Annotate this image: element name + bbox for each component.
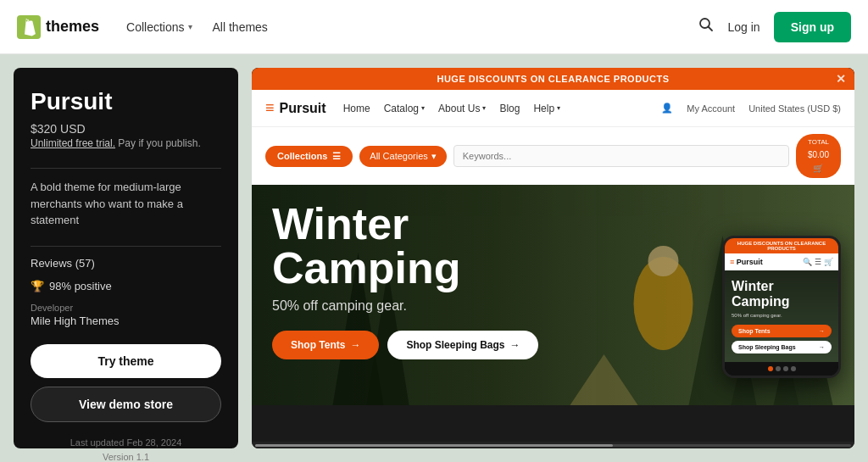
site-logo[interactable]: themes [17, 15, 99, 39]
mobile-hero: Winter Camping 50% off camping gear. Sho… [725, 270, 838, 362]
store-nav-catalog[interactable]: Catalog ▾ [384, 103, 425, 114]
scrollbar-track [255, 444, 851, 447]
try-theme-button[interactable]: Try theme [31, 344, 221, 378]
mobile-cart-icon: 🛒 [824, 258, 833, 266]
mobile-arrow-icon: → [819, 328, 825, 334]
announcement-bar: HUGE DISCOUNTS ON CLEARANCE PRODUCTS ✕ [252, 68, 854, 90]
mobile-carousel-dots [725, 362, 838, 376]
mobile-menu-icon: ☰ [815, 258, 821, 266]
theme-trial: Unlimited free trial. Pay if you publish… [31, 137, 221, 149]
hero-buttons: Shop Tents → Shop Sleeping Bags → [272, 331, 538, 359]
close-icon[interactable]: ✕ [836, 72, 847, 86]
chevron-icon: ▾ [431, 151, 437, 162]
dot-4 [791, 366, 796, 371]
developer-label: Developer [31, 303, 221, 313]
mobile-hero-subtitle: 50% off camping gear. [732, 313, 832, 318]
hero-content: Winter Camping 50% off camping gear. Sho… [272, 202, 538, 359]
catalog-chevron: ▾ [421, 104, 425, 112]
search-icon[interactable] [698, 16, 715, 37]
announce-text: HUGE DISCOUNTS ON CLEARANCE PRODUCTS [437, 74, 669, 84]
logo-text: themes [46, 18, 99, 36]
arrow-icon-2: → [509, 339, 520, 351]
dot-2 [776, 366, 781, 371]
store-navigation: ≡ Pursuit Home Catalog ▾ About Us [252, 90, 854, 127]
storefront-preview: HUGE DISCOUNTS ON CLEARANCE PRODUCTS ✕ ≡… [252, 68, 854, 448]
nav-all-themes[interactable]: All themes [213, 20, 268, 34]
account-text: My Account [687, 103, 735, 114]
account-icon: 👤 [661, 103, 673, 114]
svg-line-2 [708, 27, 712, 31]
version: Version 1.1 [31, 450, 221, 462]
reviews-positive: 🏆 98% positive [31, 280, 221, 292]
mobile-nav: ≡ Pursuit 🔍 ☰ 🛒 [725, 253, 838, 270]
divider-2 [31, 246, 221, 247]
nav-collections[interactable]: Collections ▾ [126, 20, 192, 34]
preview-scrollbar [252, 442, 854, 448]
store-search-area: Collections ☰ All Categories ▾ TOTAL $0.… [252, 127, 854, 185]
about-chevron: ▾ [482, 104, 486, 112]
mobile-nav-icons: 🔍 ☰ 🛒 [803, 258, 833, 266]
scrollbar-thumb[interactable] [255, 444, 613, 447]
view-demo-button[interactable]: View demo store [31, 387, 221, 422]
store-collections-button[interactable]: Collections ☰ [265, 146, 353, 167]
shop-sleeping-bags-button[interactable]: Shop Sleeping Bags → [387, 331, 538, 359]
store-nav-links: Home Catalog ▾ About Us ▾ Blog [343, 103, 662, 114]
divider-1 [31, 168, 221, 169]
theme-price: $320 USD [31, 122, 221, 136]
hero-subtitle: 50% off camping gear. [272, 298, 538, 314]
nav-links: Collections ▾ All themes [126, 20, 670, 34]
store-account-area: 👤 My Account United States (USD $) [661, 103, 841, 114]
arrow-icon: → [350, 339, 360, 351]
store-nav-home[interactable]: Home [343, 103, 370, 114]
theme-footer: Last updated Feb 28, 2024 Version 1.1 [31, 436, 221, 463]
mobile-shop-tents-button[interactable]: Shop Tents → [732, 325, 832, 337]
store-cart-button[interactable]: TOTAL $0.00 🛒 [796, 134, 841, 178]
dot-3 [783, 366, 788, 371]
country-text: United States (USD $) [748, 103, 841, 114]
storefront: HUGE DISCOUNTS ON CLEARANCE PRODUCTS ✕ ≡… [252, 68, 854, 442]
chevron-down-icon: ▾ [188, 22, 192, 31]
reviews-value: Reviews (57) [31, 257, 221, 270]
svg-point-10 [648, 246, 679, 276]
menu-icon: ☰ [332, 151, 341, 162]
mobile-arrow-icon-2: → [819, 344, 825, 350]
store-nav-blog[interactable]: Blog [499, 103, 520, 114]
shopify-icon [17, 15, 41, 39]
store-nav-help[interactable]: Help ▾ [533, 103, 560, 114]
store-logo-icon: ≡ [265, 99, 275, 117]
nav-actions: Log in Sign up [698, 12, 851, 42]
theme-title: Pursuit [31, 88, 221, 115]
store-search-input[interactable] [453, 145, 789, 167]
trophy-icon: 🏆 [31, 280, 44, 292]
cart-icon: 🛒 [813, 164, 823, 173]
signup-button[interactable]: Sign up [774, 12, 851, 42]
hero-title: Winter Camping [272, 202, 538, 290]
mobile-preview: HUGE DISCOUNTS ON CLEARANCE PRODUCTS ≡ P… [722, 236, 841, 378]
theme-description: A bold theme for medium-large merchants … [31, 179, 221, 229]
store-nav-about[interactable]: About Us ▾ [438, 103, 486, 114]
mobile-sleeping-bags-button[interactable]: Shop Sleeping Bags → [732, 341, 832, 353]
store-name: Pursuit [280, 101, 326, 116]
login-button[interactable]: Log in [728, 20, 760, 34]
store-logo: ≡ Pursuit [265, 99, 326, 117]
mobile-search-icon: 🔍 [803, 258, 812, 266]
reviews-section: Reviews (57) 🏆 98% positive [31, 257, 221, 303]
mobile-logo-icon: ≡ [730, 258, 737, 266]
mobile-hero-title: Winter Camping [732, 279, 832, 309]
trial-text: Unlimited free trial. [31, 137, 115, 149]
shop-tents-button[interactable]: Shop Tents → [272, 331, 379, 359]
dot-1 [768, 366, 773, 371]
store-category-button[interactable]: All Categories ▾ [359, 146, 446, 167]
top-navigation: themes Collections ▾ All themes Log in S… [0, 0, 868, 54]
reviews-label: Reviews (57) [31, 257, 95, 270]
mobile-announce-bar: HUGE DISCOUNTS ON CLEARANCE PRODUCTS [725, 238, 838, 253]
store-hero: Winter Camping 50% off camping gear. Sho… [252, 185, 854, 405]
last-updated: Last updated Feb 28, 2024 [31, 436, 221, 451]
mobile-logo: ≡ Pursuit [730, 258, 799, 266]
developer-name: Mile High Themes [31, 314, 221, 327]
main-content: Pursuit $320 USD Unlimited free trial. P… [0, 54, 868, 462]
theme-details-panel: Pursuit $320 USD Unlimited free trial. P… [14, 68, 238, 448]
help-chevron: ▾ [557, 104, 560, 112]
preview-inner: HUGE DISCOUNTS ON CLEARANCE PRODUCTS ✕ ≡… [252, 68, 854, 442]
